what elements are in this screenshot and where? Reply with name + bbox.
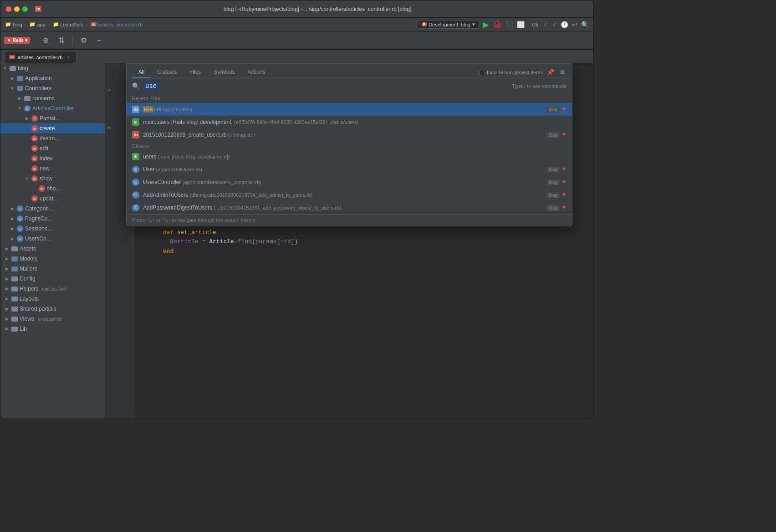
result-item-users-db[interactable]: ⊞ users (main [Rails blog: development]) <box>127 150 572 163</box>
collapse-button[interactable]: ⇅ <box>55 34 68 47</box>
stop-button[interactable]: ⬜ <box>517 21 525 28</box>
sidebar-item-config[interactable]: Config <box>0 274 105 284</box>
add-button[interactable]: ⊕ <box>40 34 52 47</box>
expand-arrow-helpers <box>4 286 10 292</box>
sidebar-item-assets[interactable]: Assets <box>0 244 105 254</box>
views-unclassified-label: unclassified <box>38 317 61 322</box>
expand-arrow-categories <box>10 206 15 211</box>
minimize-button[interactable] <box>14 6 20 12</box>
git-revert-button[interactable]: ↩ <box>572 21 577 28</box>
run-button[interactable]: ▶ <box>483 20 489 30</box>
sidebar-item-partial[interactable]: P Partial… <box>0 113 105 123</box>
search-tab-actions[interactable]: Actions <box>241 66 271 78</box>
result-badge-user-class: blog ⚑ <box>546 166 567 173</box>
titlebar: rb blog [~/RubymineProjects/blog] - .../… <box>0 0 593 18</box>
code-line-end-2: end <box>142 247 586 256</box>
expand-arrow-index <box>24 156 30 161</box>
rails-dropdown-arrow: ▾ <box>25 38 27 43</box>
sidebar-item-shared-partials[interactable]: Shared partials <box>0 304 105 314</box>
sidebar-item-userscontroller[interactable]: C UsersCo… <box>0 234 105 244</box>
rb-icon-create: m <box>31 125 38 132</box>
result-item-user-rb[interactable]: rb user.rb (app/models) blog ⚑ <box>127 103 572 116</box>
breadcrumb-controllers[interactable]: 📁 controllers <box>53 21 84 27</box>
sidebar-label-update: updat… <box>40 195 59 202</box>
tab-label: articles_controller.rb <box>18 55 62 60</box>
breadcrumb-bar: 📁 blog › 📁 app › 📁 controllers › rb arti… <box>0 18 593 31</box>
close-button[interactable] <box>6 6 11 12</box>
controller-icon-users: C <box>17 235 23 242</box>
maximize-button[interactable] <box>22 6 28 12</box>
breadcrumb-app[interactable]: 📁 app <box>29 21 45 27</box>
breadcrumb-file[interactable]: rb articles_controller.rb <box>91 22 143 27</box>
debug-button[interactable]: 🐞 <box>493 20 502 29</box>
folder-icon-mailers <box>11 266 18 271</box>
fold-marker-if[interactable]: ⊖ <box>105 124 112 133</box>
partial-icon: P <box>31 115 38 122</box>
gutter-icon-1 <box>105 67 112 77</box>
sidebar-item-articlescontroller[interactable]: C ArticlesController <box>0 103 105 113</box>
result-item-userscontroller[interactable]: C UsersController (app/controllers/users… <box>127 176 572 189</box>
sidebar-item-index[interactable]: m index <box>0 153 105 164</box>
rails-badge[interactable]: R Rails ▾ <box>4 37 30 44</box>
git-update-button[interactable]: ✓ <box>543 21 548 28</box>
sidebar-item-lib[interactable]: Lib <box>0 324 105 334</box>
sidebar-item-application[interactable]: Application <box>0 73 105 83</box>
sidebar-item-pagescontroller[interactable]: C PagesCo… <box>0 214 105 224</box>
sidebar-item-new[interactable]: m new <box>0 164 105 174</box>
folder-icon-concerns <box>24 96 31 101</box>
sidebar-item-helpers[interactable]: Helpers unclassified <box>0 284 105 294</box>
sidebar-item-concerns[interactable]: concerns <box>0 93 105 103</box>
sidebar-item-show[interactable]: m show <box>0 174 105 184</box>
sidebar-item-edit[interactable]: m edit <box>0 143 105 153</box>
sidebar-item-create[interactable]: m create <box>0 123 105 133</box>
tab-articles-controller[interactable]: rb articles_controller.rb × <box>4 51 77 63</box>
sidebar-item-layouts[interactable]: Layouts <box>0 294 105 304</box>
fold-marker-create[interactable]: ⊖ <box>105 86 112 96</box>
sidebar-item-destroy[interactable]: m destro… <box>0 133 105 143</box>
sidebar-item-controllers[interactable]: Controllers <box>0 83 105 93</box>
sidebar-item-show-sub[interactable]: m sho… <box>0 184 105 194</box>
sidebar-item-mailers[interactable]: Mailers <box>0 264 105 274</box>
code-editor: ⊖ ⊖ <box>105 63 593 419</box>
search-tab-classes[interactable]: Classes <box>151 66 183 78</box>
sidebar-root-blog[interactable]: blog <box>0 63 105 73</box>
pin-icon[interactable]: 📌 <box>546 68 555 77</box>
toolbar: R Rails ▾ ⊕ ⇅ ⚙ − <box>0 31 593 50</box>
run-config-dropdown[interactable]: R Development: blog ▾ <box>418 20 479 29</box>
expand-arrow-show-sub <box>31 186 37 191</box>
search-input[interactable] <box>162 82 508 90</box>
run-config-arrow: ▾ <box>472 21 475 27</box>
sidebar-item-sessions[interactable]: C Sessions… <box>0 224 105 234</box>
breadcrumb-blog[interactable]: 📁 blog <box>5 21 22 27</box>
result-item-main-users[interactable]: ⊞ main.users [Rails blog: development] (… <box>127 116 572 128</box>
filter-icon[interactable]: ⚙ <box>558 68 567 77</box>
include-non-project-checkbox[interactable]: Include non-project items <box>480 70 543 75</box>
search-tab-all[interactable]: All <box>132 66 151 78</box>
sidebar-item-update[interactable]: m updat… <box>0 194 105 204</box>
gutter-icon-5 <box>105 105 112 114</box>
rails-label: Rails <box>13 38 24 43</box>
sidebar-item-models[interactable]: Models <box>0 254 105 264</box>
result-item-migration[interactable]: rb 20151001220639_create_users.rb (db/mi… <box>127 128 572 141</box>
sidebar-label-views: Views <box>20 316 34 322</box>
folder-icon-views <box>11 317 18 322</box>
git-history-button[interactable]: 🕐 <box>561 21 568 28</box>
minimize-panel-button[interactable]: − <box>93 34 106 47</box>
search-tab-files[interactable]: Files <box>183 66 207 78</box>
sidebar-label-pagescontroller: PagesCo… <box>25 215 53 222</box>
sidebar-label-create: create <box>40 125 55 132</box>
coverage-button[interactable]: ⬛ <box>505 21 513 28</box>
tab-close-button[interactable]: × <box>65 54 71 61</box>
git-check-button[interactable]: ✓ <box>552 21 557 28</box>
search-everywhere-button[interactable]: 🔍 <box>581 21 589 28</box>
results-area: Recent Files rb user.rb (app/models) blo… <box>127 94 572 214</box>
search-tab-symbols[interactable]: Symbols <box>207 66 241 78</box>
sidebar-item-views[interactable]: Views unclassified <box>0 314 105 324</box>
result-item-addadmintousers[interactable]: C AddAdminToUsers (db/migrate/2015100621… <box>127 189 572 201</box>
class-icon-addpassword: C <box>132 204 139 211</box>
result-item-addpassword[interactable]: C AddPasswordDigestToUsers (.../20151004… <box>127 201 572 214</box>
settings-button[interactable]: ⚙ <box>77 34 90 47</box>
search-footer-text: Press ⌥↑ or ⌥↓ to navigate through the s… <box>132 217 255 223</box>
sidebar-item-categories[interactable]: C Categorie… <box>0 204 105 214</box>
result-item-user-class[interactable]: C User (app/models/user.rb) blog ⚑ <box>127 163 572 176</box>
